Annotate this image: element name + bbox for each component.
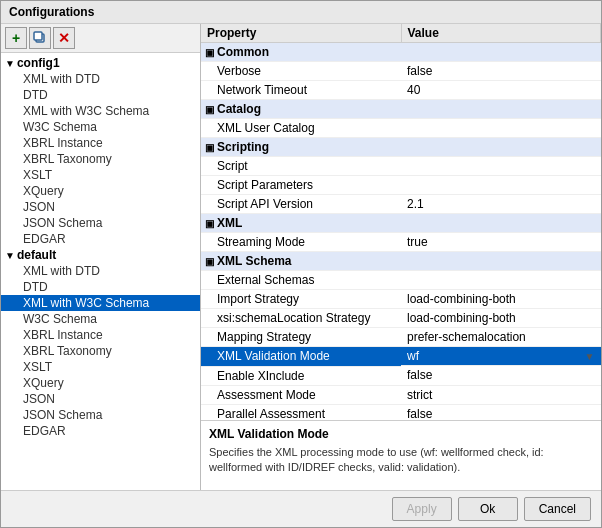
add-button[interactable]: +	[5, 27, 27, 49]
prop-row: Assessment Modestrict	[201, 385, 601, 404]
prop-name: Enable XInclude	[201, 366, 401, 385]
prop-value: load-combining-both	[401, 290, 601, 309]
prop-value-text: wf	[407, 349, 419, 363]
prop-value	[401, 119, 601, 138]
tree-item-default-xbrl[interactable]: XBRL Instance	[1, 327, 200, 343]
prop-value	[401, 176, 601, 195]
tree-item-default-xslt[interactable]: XSLT	[1, 359, 200, 375]
tree-item-config1-xslt[interactable]: XSLT	[1, 167, 200, 183]
prop-value: true	[401, 233, 601, 252]
prop-name: Script Parameters	[201, 176, 401, 195]
tree-item-config1-xbrl[interactable]: XBRL Instance	[1, 135, 200, 151]
prop-value	[401, 271, 601, 290]
prop-name: XML User Catalog	[201, 119, 401, 138]
prop-row: Script	[201, 157, 601, 176]
tree-item-config1-xbrltax[interactable]: XBRL Taxonomy	[1, 151, 200, 167]
prop-value: load-combining-both	[401, 309, 601, 328]
tree-item-default-jsonschema[interactable]: JSON Schema	[1, 407, 200, 423]
tree-item-label: XQuery	[23, 184, 64, 198]
footer: Apply Ok Cancel	[1, 490, 601, 527]
tree-item-label: W3C Schema	[23, 312, 97, 326]
tree-item-config1-jsonschema[interactable]: JSON Schema	[1, 215, 200, 231]
tree-item-default-xbrltax[interactable]: XBRL Taxonomy	[1, 343, 200, 359]
prop-name: Parallel Assessment	[201, 404, 401, 420]
section-toggle-icon: ▣	[205, 142, 214, 153]
prop-row: Network Timeout40	[201, 81, 601, 100]
section-catalog[interactable]: ▣Catalog	[201, 100, 601, 119]
prop-row[interactable]: XML Validation Modewf▼	[201, 347, 601, 367]
section-toggle-icon: ▣	[205, 256, 214, 267]
section-xmlschema[interactable]: ▣XML Schema	[201, 252, 601, 271]
prop-value: 40	[401, 81, 601, 100]
tree-item-label: XML with DTD	[23, 72, 100, 86]
prop-row: XML User Catalog	[201, 119, 601, 138]
tree-item-label: XML with W3C Schema	[23, 296, 149, 310]
col-value-header: Value	[401, 24, 601, 43]
section-toggle-icon: ▣	[205, 47, 214, 58]
tree-item-label: XBRL Instance	[23, 328, 103, 342]
tree-item-config1-json[interactable]: JSON	[1, 199, 200, 215]
tree-item-label: XML with DTD	[23, 264, 100, 278]
tree-item-label: JSON Schema	[23, 408, 102, 422]
prop-row: Mapping Strategyprefer-schemalocation	[201, 328, 601, 347]
prop-name: External Schemas	[201, 271, 401, 290]
section-label: XML	[217, 216, 242, 230]
dialog-title: Configurations	[1, 1, 601, 24]
tree-item-config1[interactable]: ▼config1	[1, 55, 200, 71]
left-panel: + ✕ ▼config1XML with DTDDTDXML with W3C …	[1, 24, 201, 490]
section-label: XML Schema	[217, 254, 291, 268]
tree-item-config1-edgar[interactable]: EDGAR	[1, 231, 200, 247]
tree-item-config1-xmlw3c[interactable]: XML with W3C Schema	[1, 103, 200, 119]
tree-item-config1-dtd[interactable]: DTD	[1, 87, 200, 103]
tree-area: ▼config1XML with DTDDTDXML with W3C Sche…	[1, 53, 200, 490]
tree-item-default-dtd[interactable]: DTD	[1, 279, 200, 295]
tree-item-config1-xquery[interactable]: XQuery	[1, 183, 200, 199]
tree-item-config1-xmldtd[interactable]: XML with DTD	[1, 71, 200, 87]
tree-item-default[interactable]: ▼default	[1, 247, 200, 263]
section-toggle-icon: ▣	[205, 104, 214, 115]
desc-title: XML Validation Mode	[209, 427, 593, 441]
prop-value[interactable]: wf▼	[401, 347, 601, 366]
tree-item-default-edgar[interactable]: EDGAR	[1, 423, 200, 439]
tree-item-config1-w3c[interactable]: W3C Schema	[1, 119, 200, 135]
apply-button[interactable]: Apply	[392, 497, 452, 521]
tree-item-default-xmlw3c[interactable]: XML with W3C Schema	[1, 295, 200, 311]
tree-item-default-w3c[interactable]: W3C Schema	[1, 311, 200, 327]
prop-name: XML Validation Mode	[201, 347, 401, 367]
toggle-icon: ▼	[5, 58, 15, 69]
prop-row: External Schemas	[201, 271, 601, 290]
copy-button[interactable]	[29, 27, 51, 49]
section-xml[interactable]: ▣XML	[201, 214, 601, 233]
ok-button[interactable]: Ok	[458, 497, 518, 521]
dialog: Configurations + ✕ ▼config1XML with DTDD…	[0, 0, 602, 528]
dialog-body: + ✕ ▼config1XML with DTDDTDXML with W3C …	[1, 24, 601, 490]
prop-name: Verbose	[201, 62, 401, 81]
prop-name: Script API Version	[201, 195, 401, 214]
prop-name: Streaming Mode	[201, 233, 401, 252]
prop-name: Script	[201, 157, 401, 176]
delete-button[interactable]: ✕	[53, 27, 75, 49]
tree-item-label: JSON Schema	[23, 216, 102, 230]
section-common[interactable]: ▣Common	[201, 43, 601, 62]
prop-row: Parallel Assessmentfalse	[201, 404, 601, 420]
prop-value: 2.1	[401, 195, 601, 214]
prop-value: strict	[401, 385, 601, 404]
tree-item-label: XBRL Taxonomy	[23, 152, 112, 166]
prop-row: xsi:schemaLocation Strategyload-combinin…	[201, 309, 601, 328]
prop-row: Verbosefalse	[201, 62, 601, 81]
section-scripting[interactable]: ▣Scripting	[201, 138, 601, 157]
cancel-button[interactable]: Cancel	[524, 497, 591, 521]
prop-row: Streaming Modetrue	[201, 233, 601, 252]
prop-name: Mapping Strategy	[201, 328, 401, 347]
prop-row: Import Strategyload-combining-both	[201, 290, 601, 309]
prop-value: false	[401, 62, 601, 81]
prop-name: Network Timeout	[201, 81, 401, 100]
section-label: Catalog	[217, 102, 261, 116]
tree-item-label: default	[17, 248, 56, 262]
toolbar: + ✕	[1, 24, 200, 53]
tree-item-default-xmldtd[interactable]: XML with DTD	[1, 263, 200, 279]
tree-item-default-json[interactable]: JSON	[1, 391, 200, 407]
dropdown-arrow-icon[interactable]: ▼	[585, 351, 595, 362]
prop-value: false	[401, 366, 601, 385]
tree-item-default-xquery[interactable]: XQuery	[1, 375, 200, 391]
